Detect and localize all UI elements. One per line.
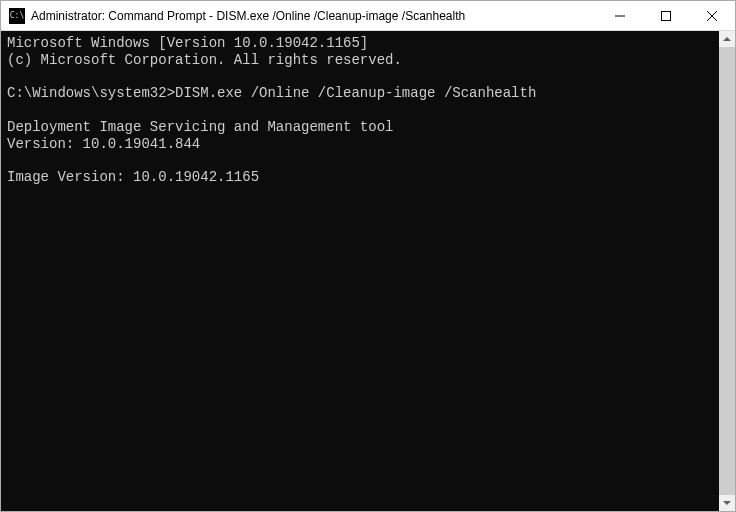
scroll-up-arrow-icon[interactable]: [719, 31, 735, 47]
scroll-down-arrow-icon[interactable]: [719, 495, 735, 511]
console-area: Microsoft Windows [Version 10.0.19042.11…: [1, 31, 735, 511]
close-button[interactable]: [689, 1, 735, 31]
output-line: Version: 10.0.19041.844: [7, 136, 200, 152]
minimize-button[interactable]: [597, 1, 643, 31]
cmd-icon: C:\: [9, 8, 25, 24]
svg-marker-4: [723, 37, 731, 41]
vertical-scrollbar[interactable]: [719, 31, 735, 511]
output-line: Deployment Image Servicing and Managemen…: [7, 119, 393, 135]
svg-rect-1: [662, 12, 671, 21]
maximize-button[interactable]: [643, 1, 689, 31]
output-line: (c) Microsoft Corporation. All rights re…: [7, 52, 402, 68]
output-line: Microsoft Windows [Version 10.0.19042.11…: [7, 35, 368, 51]
scroll-thumb[interactable]: [719, 47, 735, 495]
command-text: DISM.exe /Online /Cleanup-image /Scanhea…: [175, 85, 536, 101]
window-titlebar[interactable]: C:\ Administrator: Command Prompt - DISM…: [1, 1, 735, 31]
window-controls: [597, 1, 735, 30]
output-line: Image Version: 10.0.19042.1165: [7, 169, 259, 185]
svg-marker-5: [723, 501, 731, 505]
console-output[interactable]: Microsoft Windows [Version 10.0.19042.11…: [1, 31, 719, 511]
prompt-text: C:\Windows\system32>: [7, 85, 175, 101]
window-title: Administrator: Command Prompt - DISM.exe…: [31, 9, 597, 23]
